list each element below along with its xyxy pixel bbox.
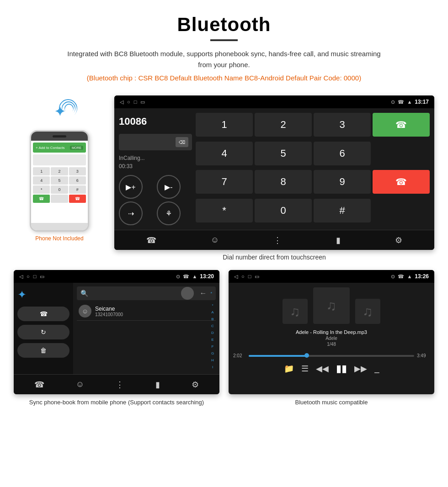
mute-button[interactable]: ⚘ (157, 201, 181, 225)
alpha-F[interactable]: F (212, 344, 214, 349)
alpha-E[interactable]: E (211, 338, 213, 342)
key-end[interactable]: ☎ (69, 195, 86, 203)
num-empty-2 (373, 199, 430, 222)
phonebook-body: ✦ ☎ ↻ 🗑 🔍 ← * ☺ (14, 283, 219, 374)
alpha-star[interactable]: * (212, 303, 213, 307)
phone-speaker (53, 135, 66, 138)
nav-transfer-icon[interactable]: ▮ (336, 235, 341, 245)
phonebook-item: ◁ ○ □ ▭ ⊙ ☎ ▲ 13:20 ✦ ☎ ↻ 🗑 (14, 270, 219, 407)
num-3[interactable]: 3 (314, 113, 371, 137)
key-0[interactable]: 0 (51, 185, 68, 194)
alpha-H[interactable]: H (211, 358, 214, 362)
num-end[interactable]: ☎ (373, 170, 430, 194)
alpha-I[interactable]: I (212, 365, 213, 369)
volume-up-button[interactable]: ▶+ (119, 175, 143, 199)
pb-nav-phone[interactable]: ☎ (34, 380, 44, 390)
more-button[interactable]: MORE (70, 146, 83, 150)
equalizer-icon[interactable]: ⎯ (374, 364, 379, 374)
phonebook-time: 13:20 (200, 273, 214, 280)
dialer-left: 10086 ⌫ InCalling... 00:33 ▶+ ▶- ⇢ ⚘ (119, 113, 192, 225)
num-6[interactable]: 6 (314, 142, 371, 165)
phone-status-icon: ☎ (398, 99, 404, 105)
key-4[interactable]: 4 (33, 176, 50, 185)
pb-nav-contacts[interactable]: ☺ (76, 380, 84, 389)
phone-number-display (33, 154, 86, 165)
music-square-icon: □ (248, 274, 251, 279)
num-0[interactable]: 0 (255, 199, 312, 222)
alpha-G[interactable]: G (211, 351, 214, 355)
key-call[interactable]: ☎ (33, 195, 50, 203)
list-icon[interactable]: ☰ (301, 364, 309, 374)
key-hash[interactable]: # (69, 185, 86, 194)
call-action-button[interactable]: ☎ (17, 307, 69, 321)
pb-nav-transfer[interactable]: ▮ (155, 380, 160, 390)
caption-phonebook: Sync phone-book from mobile phone (Suppo… (14, 398, 219, 407)
contact-row-seicane[interactable]: ☺ Seicane 13241007000 (77, 302, 216, 321)
pb-status-right: ⊙ ☎ ▲ 13:20 (176, 273, 214, 280)
music-time: 13:26 (415, 273, 429, 280)
key-2[interactable]: 2 (51, 167, 68, 175)
numpad: 1 2 3 ☎ 4 5 6 7 8 9 ☎ * 0 # (196, 113, 430, 225)
search-icon: 🔍 (80, 290, 88, 297)
contacts-list-container: ☺ Seicane 13241007000 * A B C (77, 302, 216, 371)
pb-nav-keypad[interactable]: ⋮ (116, 380, 124, 390)
num-8[interactable]: 8 (255, 170, 312, 194)
alpha-D[interactable]: D (211, 331, 214, 335)
phonebook-right-panel: 🔍 ← * ☺ Seicane 13241007000 (73, 283, 219, 374)
progress-bar[interactable] (249, 355, 414, 357)
pb-nav-settings[interactable]: ⚙ (192, 380, 199, 390)
num-1[interactable]: 1 (196, 113, 253, 137)
sync-action-button[interactable]: ↻ (17, 325, 69, 339)
num-4[interactable]: 4 (196, 142, 253, 165)
time-current: 2:02 (233, 353, 246, 358)
page-description: Integrated with BC8 Bluetooth module, su… (64, 48, 384, 70)
num-star[interactable]: * (196, 199, 253, 222)
prev-icon[interactable]: ◀◀ (316, 364, 329, 374)
bottom-row: ◁ ○ □ ▭ ⊙ ☎ ▲ 13:20 ✦ ☎ ↻ 🗑 (0, 270, 448, 407)
num-9[interactable]: 9 (314, 170, 371, 194)
wifi-icon: ▲ (407, 99, 412, 105)
key-5[interactable]: 5 (51, 176, 68, 185)
pb-square-icon: □ (33, 274, 37, 279)
back-icon: ◁ (120, 99, 123, 105)
num-7[interactable]: 7 (196, 170, 253, 194)
alpha-C[interactable]: C (211, 324, 214, 328)
folder-icon[interactable]: 📁 (284, 364, 294, 374)
key-star[interactable]: * (33, 185, 50, 194)
dialer-controls: ▶+ ▶- ⇢ ⚘ (119, 175, 192, 225)
phonebook-search-bar[interactable]: 🔍 ← * (77, 286, 216, 300)
nav-keypad-icon[interactable]: ⋮ (273, 235, 282, 245)
incalling-text: InCalling... (119, 155, 192, 161)
nav-contacts-icon[interactable]: ☺ (211, 235, 219, 245)
num-5[interactable]: 5 (255, 142, 312, 165)
delete-action-button[interactable]: 🗑 (17, 343, 69, 358)
num-hash[interactable]: # (314, 199, 371, 222)
play-pause-button[interactable]: ▮▮ (336, 363, 347, 375)
music-track: 1/48 (296, 342, 367, 347)
nav-settings-icon[interactable]: ⚙ (395, 235, 402, 245)
num-2[interactable]: 2 (255, 113, 312, 137)
back-arrow-icon[interactable]: ← (199, 289, 207, 297)
alpha-B[interactable]: B (211, 317, 213, 321)
delete-button[interactable]: ⌫ (176, 137, 188, 147)
volume-down-button[interactable]: ▶- (157, 175, 181, 199)
music-home-icon: ○ (241, 274, 245, 279)
caption-music: Bluetooth music compatible (229, 398, 434, 407)
music-song: Adele - Rolling In the Deep.mp3 (296, 329, 367, 335)
nav-phone-icon[interactable]: ☎ (146, 235, 156, 245)
key-6[interactable]: 6 (69, 176, 86, 185)
next-icon[interactable]: ▶▶ (354, 364, 367, 374)
music-body: ♫ ♫ ♫ Adele - Rolling In the Deep.mp3 Ad… (229, 283, 434, 379)
location-icon: ⊙ (391, 99, 395, 105)
car-screen-phonebook: ◁ ○ □ ▭ ⊙ ☎ ▲ 13:20 ✦ ☎ ↻ 🗑 (14, 270, 219, 394)
num-call[interactable]: ☎ (373, 113, 430, 137)
caption-dialer: Dial number direct from touchscreen (114, 254, 434, 261)
phonebook-status-bar: ◁ ○ □ ▭ ⊙ ☎ ▲ 13:20 (14, 270, 219, 283)
transfer-button[interactable]: ⇢ (119, 201, 143, 225)
key-1[interactable]: 1 (33, 167, 50, 175)
phone-top-bar (31, 132, 88, 141)
key-3[interactable]: 3 (69, 167, 86, 175)
alpha-A[interactable]: A (211, 310, 213, 314)
music-progress: 2:02 3:49 (233, 353, 430, 358)
phone-screen: + Add to Contacts MORE 1 2 3 4 5 6 * 0 #… (31, 141, 88, 223)
